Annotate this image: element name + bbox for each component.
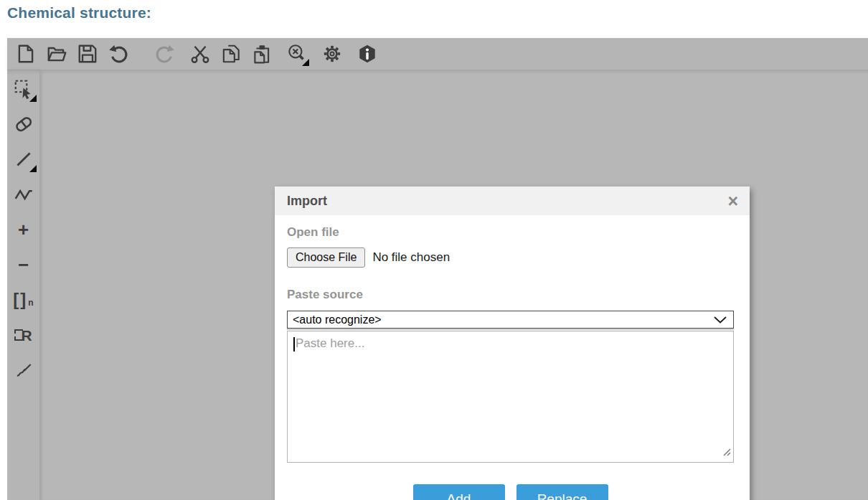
- add-button[interactable]: Add: [413, 484, 505, 500]
- file-input-row: Choose File No file chosen: [287, 246, 734, 268]
- redo-button[interactable]: [154, 42, 176, 65]
- eraser-icon: [13, 113, 34, 135]
- top-toolbar: [7, 38, 868, 70]
- paste-icon: [251, 43, 273, 65]
- zoom-button[interactable]: [286, 42, 308, 65]
- page-title: Chemical structure:: [7, 4, 151, 22]
- resize-handle-icon[interactable]: [722, 445, 731, 460]
- paste-button[interactable]: [250, 42, 273, 65]
- save-button[interactable]: [76, 42, 99, 65]
- file-chosen-status: No file chosen: [372, 250, 450, 265]
- close-icon[interactable]: ×: [726, 192, 740, 210]
- copy-icon: [220, 43, 242, 65]
- chevron-down-icon: [714, 313, 727, 326]
- attachment-point-icon: [13, 359, 34, 381]
- chain-tool-button[interactable]: [11, 182, 36, 207]
- rgroup-button[interactable]: R: [11, 323, 36, 347]
- paste-source-label: Paste source: [287, 288, 734, 302]
- format-select[interactable]: <auto recognize>: [287, 311, 734, 329]
- text-caret: [293, 337, 295, 352]
- sgroup-button[interactable]: []n: [11, 288, 36, 312]
- zoom-icon: [286, 43, 308, 65]
- attachment-point-button[interactable]: [11, 358, 36, 382]
- rgroup-icon: R: [14, 328, 32, 343]
- about-icon: [357, 43, 378, 65]
- open-file-icon: [46, 43, 67, 65]
- bond-tool-button[interactable]: [11, 147, 36, 171]
- new-document-button[interactable]: [14, 42, 37, 65]
- charge-plus-icon: +: [18, 220, 29, 239]
- import-dialog-header: Import ×: [275, 187, 750, 215]
- settings-gear-icon: [321, 43, 343, 65]
- chemical-editor: + − []n R Import: [7, 38, 868, 500]
- import-dialog: Import × Open file Choose File No file c…: [275, 187, 750, 500]
- open-file-label: Open file: [287, 225, 734, 240]
- charge-minus-button[interactable]: −: [11, 253, 36, 277]
- select-tool-button[interactable]: [11, 77, 36, 101]
- settings-button[interactable]: [321, 42, 344, 65]
- cut-button[interactable]: [189, 42, 212, 65]
- dialog-actions: Add Replace: [287, 484, 734, 500]
- save-icon: [77, 43, 98, 65]
- replace-button[interactable]: Replace: [516, 484, 608, 500]
- undo-button[interactable]: [107, 42, 130, 65]
- format-select-value: <auto recognize>: [293, 313, 382, 326]
- undo-icon: [108, 43, 129, 65]
- paste-placeholder: Paste here...: [296, 336, 364, 350]
- sgroup-icon: []n: [13, 291, 33, 308]
- paste-textarea[interactable]: Paste here...: [287, 331, 734, 463]
- eraser-button[interactable]: [11, 112, 36, 136]
- cut-icon: [189, 43, 211, 65]
- charge-plus-button[interactable]: +: [11, 217, 36, 242]
- about-button[interactable]: [356, 42, 379, 65]
- dialog-title: Import: [287, 194, 327, 209]
- bond-tool-icon: [13, 148, 34, 170]
- redo-icon: [154, 43, 176, 65]
- import-dialog-body: Open file Choose File No file chosen Pas…: [275, 215, 750, 500]
- choose-file-button[interactable]: Choose File: [287, 247, 365, 268]
- charge-minus-icon: −: [18, 255, 29, 274]
- select-tool-icon: [13, 78, 34, 100]
- copy-button[interactable]: [220, 42, 242, 65]
- left-toolbar: + − []n R: [7, 70, 39, 500]
- new-document-icon: [15, 43, 37, 65]
- chain-tool-icon: [13, 184, 34, 205]
- open-file-button[interactable]: [45, 42, 68, 65]
